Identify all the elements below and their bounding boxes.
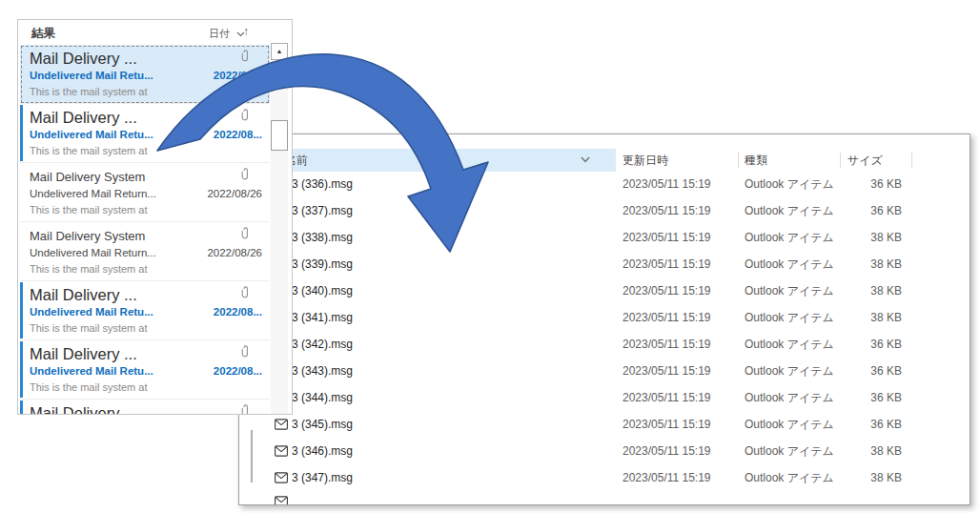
mail-date: 2022/08/26 (207, 188, 262, 199)
file-size: 36 KB (821, 411, 902, 438)
column-header-size[interactable]: サイズ (847, 149, 883, 172)
file-name: 3 (340).msg (292, 277, 353, 304)
sort-ascending-icon (436, 139, 447, 147)
mail-preview: This is the mail system at (30, 145, 264, 156)
partial-next-row-envelope-icon (275, 496, 288, 505)
file-modified-date: 2023/05/11 15:19 (623, 277, 711, 304)
column-header-modified[interactable]: 更新日時 (623, 149, 668, 172)
attachment-icon (241, 168, 251, 181)
unread-accent-bar (20, 282, 23, 339)
file-size: 38 KB (821, 464, 902, 491)
attachment-icon (241, 345, 251, 359)
file-modified-date: 2023/05/11 15:19 (623, 197, 711, 224)
mail-preview: This is the mail system at (30, 204, 264, 215)
file-row[interactable]: 3 (344).msg 2023/05/11 15:19 Outlook アイテ… (239, 384, 970, 411)
unread-accent-bar (20, 105, 23, 161)
file-row[interactable]: 3 (336).msg 2023/05/11 15:19 Outlook アイテ… (239, 171, 970, 197)
mail-preview: This is the mail system at (30, 322, 264, 334)
attachment-icon (241, 227, 251, 240)
attachment-icon (241, 50, 251, 63)
file-row[interactable]: 3 (346).msg 2023/05/11 15:19 Outlook アイテ… (239, 438, 970, 464)
mail-sender: Mail Delivery ... (30, 50, 137, 67)
column-filter-dropdown-icon[interactable] (581, 156, 590, 163)
file-list: 3 (336).msg 2023/05/11 15:19 Outlook アイテ… (239, 171, 970, 491)
column-header-name[interactable] (256, 149, 616, 172)
mail-date: 2022/08... (214, 129, 262, 140)
mail-list-item[interactable]: Mail Delivery ... Undelivered Mail Retu.… (20, 400, 270, 415)
file-row[interactable]: 3 (338).msg 2023/05/11 15:19 Outlook アイテ… (239, 224, 970, 251)
file-modified-date: 2023/05/11 15:19 (623, 411, 711, 438)
sort-direction-button[interactable]: ↑ (243, 25, 249, 38)
mail-subject: Undelivered Mail Retu... (30, 70, 153, 81)
mail-list-item[interactable]: Mail Delivery ... Undelivered Mail Retu.… (20, 340, 270, 400)
file-name: 3 (346).msg (292, 438, 353, 464)
mail-subject: Undelivered Mail Retu... (30, 129, 153, 140)
file-row[interactable]: 3 (347).msg 2023/05/11 15:19 Outlook アイテ… (239, 464, 970, 491)
file-name: 3 (338).msg (292, 224, 353, 251)
file-modified-date: 2023/05/11 15:19 (623, 171, 711, 197)
file-modified-date: 2023/05/11 15:19 (623, 384, 711, 411)
file-size: 36 KB (821, 384, 902, 411)
file-modified-date: 2023/05/11 15:19 (623, 251, 711, 277)
mail-list-item[interactable]: Mail Delivery ... Undelivered Mail Retu.… (20, 281, 270, 340)
file-size: 36 KB (821, 197, 902, 224)
mail-date: 2022/08... (214, 365, 262, 377)
file-size: 38 KB (821, 304, 902, 331)
envelope-icon (275, 472, 288, 483)
envelope-icon (275, 445, 288, 457)
file-name: 3 (341).msg (292, 304, 353, 331)
file-name: 3 (339).msg (292, 251, 353, 277)
mail-sender: Mail Delivery System (30, 229, 145, 243)
screenshot-canvas: 名前 更新日時 種類 サイズ 3 (336).msg 2023/05/11 (0, 0, 980, 513)
file-row[interactable]: 3 (340).msg 2023/05/11 15:19 Outlook アイテ… (239, 277, 970, 304)
mail-list-item[interactable]: Mail Delivery System Undelivered Mail Re… (20, 163, 270, 222)
mail-sender: Mail Delivery ... (30, 286, 137, 303)
file-modified-date: 2023/05/11 15:19 (623, 464, 711, 491)
scrollbar-thumb[interactable] (271, 120, 288, 151)
attachment-icon (241, 286, 251, 299)
file-modified-date: 2023/05/11 15:19 (623, 358, 711, 384)
mail-list-item[interactable]: Mail Delivery ... Undelivered Mail Retu.… (20, 45, 270, 104)
file-explorer-window: 名前 更新日時 種類 サイズ 3 (336).msg 2023/05/11 (238, 133, 970, 505)
file-size: 38 KB (821, 277, 902, 304)
unread-accent-bar (20, 341, 23, 398)
file-size: 36 KB (821, 331, 902, 358)
file-row[interactable]: 3 (339).msg 2023/05/11 15:19 Outlook アイテ… (239, 251, 970, 277)
results-title: 結果 (31, 26, 55, 42)
file-size: 38 KB (821, 251, 902, 277)
envelope-icon (275, 419, 288, 430)
mail-subject: Undelivered Mail Retu... (30, 365, 153, 377)
mail-list-item[interactable]: Mail Delivery System Undelivered Mail Re… (20, 222, 270, 281)
file-row[interactable]: 3 (337).msg 2023/05/11 15:19 Outlook アイテ… (239, 197, 970, 224)
attachment-icon (241, 109, 251, 122)
column-divider[interactable] (911, 153, 912, 168)
column-divider[interactable] (840, 153, 841, 168)
file-name: 3 (347).msg (292, 464, 353, 491)
unread-accent-bar (20, 400, 23, 415)
mail-sender: Mail Delivery ... (30, 109, 137, 126)
mail-date: 2022/08/26 (207, 247, 262, 258)
mail-list: Mail Delivery ... Undelivered Mail Retu.… (20, 45, 270, 415)
attachment-icon (241, 404, 251, 415)
explorer-column-header-row: 名前 更新日時 種類 サイズ (239, 149, 970, 172)
scroll-up-button[interactable]: ▲ (271, 43, 288, 60)
file-name: 3 (336).msg (292, 171, 353, 197)
file-row[interactable]: 3 (341).msg 2023/05/11 15:19 Outlook アイテ… (239, 304, 970, 331)
column-header-type[interactable]: 種類 (745, 149, 767, 172)
file-modified-date: 2023/05/11 15:19 (623, 438, 711, 464)
file-name: 3 (343).msg (292, 358, 353, 384)
file-row[interactable]: 3 (342).msg 2023/05/11 15:19 Outlook アイテ… (239, 331, 970, 358)
file-modified-date: 2023/05/11 15:19 (623, 331, 711, 358)
file-modified-date: 2023/05/11 15:19 (623, 304, 711, 331)
mail-list-item[interactable]: Mail Delivery ... Undelivered Mail Retu.… (20, 104, 270, 163)
nav-pane-scrollbar-thumb[interactable] (251, 430, 253, 482)
results-scrollbar[interactable]: ▲ (271, 43, 288, 414)
mail-date: 2022/08... (214, 70, 262, 81)
file-row[interactable]: 3 (343).msg 2023/05/11 15:19 Outlook アイテ… (239, 358, 970, 384)
file-row[interactable]: 3 (345).msg 2023/05/11 15:19 Outlook アイテ… (239, 411, 970, 438)
column-divider[interactable] (738, 153, 739, 168)
mail-preview: This is the mail system at (30, 381, 264, 393)
mail-subject: Undelivered Mail Return... (30, 247, 156, 258)
sort-field-dropdown[interactable]: 日付 (209, 27, 245, 41)
file-modified-date: 2023/05/11 15:19 (623, 224, 711, 251)
